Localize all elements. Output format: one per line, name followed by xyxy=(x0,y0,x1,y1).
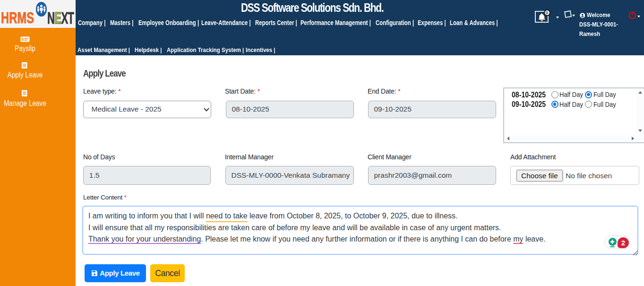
svg-text:$: $ xyxy=(21,36,24,41)
